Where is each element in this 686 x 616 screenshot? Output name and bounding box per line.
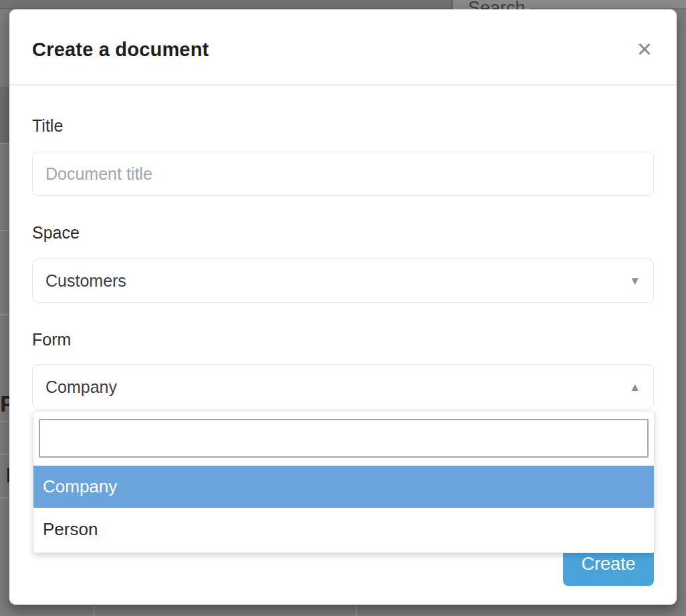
background-row-line [0, 497, 9, 498]
space-field-label: Space [32, 223, 80, 243]
close-button[interactable]: ✕ [633, 37, 657, 61]
background-row-line [0, 314, 9, 315]
dropdown-option-person[interactable]: Person [33, 508, 654, 551]
background-row-line [0, 143, 9, 144]
background-table-divider [356, 605, 357, 616]
dropdown-option-label: Company [43, 476, 117, 497]
screen: Search P Create a document ✕ Title Space… [0, 0, 686, 616]
background-table-divider [94, 605, 95, 616]
form-select[interactable]: Company ▲ [32, 364, 654, 410]
background-clipped-text: P [0, 390, 9, 417]
chevron-up-icon: ▲ [629, 381, 641, 393]
dropdown-option-list: Company Person [33, 466, 654, 551]
background-row-line [0, 421, 9, 422]
form-select-value: Company [45, 377, 117, 397]
chevron-down-icon: ▼ [629, 275, 641, 287]
space-select[interactable]: Customers ▼ [32, 259, 654, 303]
dropdown-option-company[interactable]: Company [33, 466, 654, 508]
form-dropdown-panel: Company Person [33, 411, 655, 553]
close-icon: ✕ [637, 40, 653, 59]
background-row-band [0, 87, 9, 144]
background-row-line [0, 454, 9, 455]
title-field-label: Title [32, 116, 63, 136]
background-search-label: Search [468, 0, 526, 9]
dropdown-search-input[interactable] [39, 419, 649, 458]
space-select-value: Customers [45, 271, 126, 291]
form-field-label: Form [32, 330, 71, 349]
background-row-line [0, 230, 9, 231]
dialog-header: Create a document ✕ [9, 9, 677, 86]
dropdown-option-label: Person [43, 519, 98, 540]
dialog-title: Create a document [32, 39, 209, 61]
create-document-dialog: Create a document ✕ Title Space Customer… [9, 9, 677, 605]
document-title-input[interactable] [32, 152, 654, 196]
